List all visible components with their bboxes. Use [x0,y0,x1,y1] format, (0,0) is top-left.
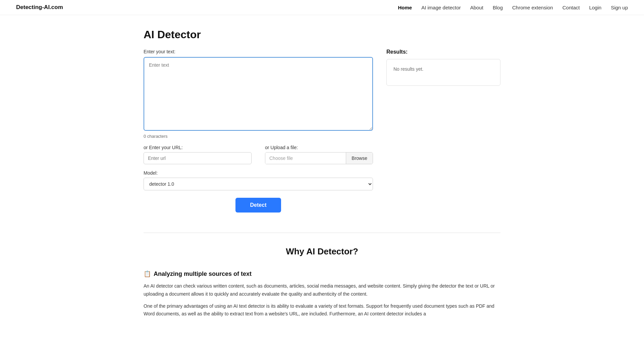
nav-about[interactable]: About [470,5,483,10]
feature-analyzing-title: 📋 Analyzing multiple sources of text [144,270,500,278]
model-section: Model: detector 1.0 [144,170,373,190]
file-input-wrapper: Choose file Browse [265,152,373,164]
extra-inputs: or Enter your URL: or Upload a file: Cho… [144,145,373,164]
detect-button[interactable]: Detect [235,198,281,213]
site-header: Detecting-AI.com Home AI image detector … [0,0,644,15]
nav-login[interactable]: Login [589,5,601,10]
feature-analyzing-p2: One of the primary advantages of using a… [144,302,500,318]
nav-contact[interactable]: Contact [562,5,580,10]
results-label: Results: [386,49,500,55]
feature-analyzing: 📋 Analyzing multiple sources of text An … [144,270,500,318]
feature-analyzing-icon: 📋 [144,270,151,278]
browse-button[interactable]: Browse [346,153,373,164]
textarea-label: Enter your text: [144,49,373,54]
why-section: Why AI Detector? 📋 Analyzing multiple so… [144,233,500,318]
page-title: AI Detector [144,28,500,41]
file-name-display: Choose file [265,153,346,164]
main-nav: Home AI image detector About Blog Chrome… [398,5,628,10]
nav-blog[interactable]: Blog [493,5,503,10]
file-label: or Upload a file: [265,145,373,150]
feature-analyzing-p1: An AI detector can check various written… [144,282,500,298]
model-label: Model: [144,170,373,176]
nav-home[interactable]: Home [398,5,412,10]
main-content: AI Detector Enter your text: 0 character… [127,15,517,350]
no-results-text: No results yet. [393,66,423,72]
detector-layout: Enter your text: 0 characters or Enter y… [144,49,500,213]
detect-btn-wrapper: Detect [144,198,373,213]
char-count: 0 characters [144,134,373,139]
model-select[interactable]: detector 1.0 [144,178,373,190]
right-panel: Results: No results yet. [386,49,500,86]
nav-chrome-extension[interactable]: Chrome extension [512,5,553,10]
left-panel: Enter your text: 0 characters or Enter y… [144,49,373,213]
nav-ai-image-detector[interactable]: AI image detector [421,5,461,10]
url-section: or Enter your URL: [144,145,252,164]
results-box: No results yet. [386,59,500,86]
feature-analyzing-label: Analyzing multiple sources of text [154,270,252,278]
url-input[interactable] [144,152,252,164]
file-section: or Upload a file: Choose file Browse [265,145,373,164]
why-title: Why AI Detector? [144,246,500,257]
site-logo: Detecting-AI.com [16,4,63,11]
url-label: or Enter your URL: [144,145,252,150]
textarea-wrapper [144,57,373,132]
text-input[interactable] [144,57,373,131]
nav-signup[interactable]: Sign up [611,5,628,10]
